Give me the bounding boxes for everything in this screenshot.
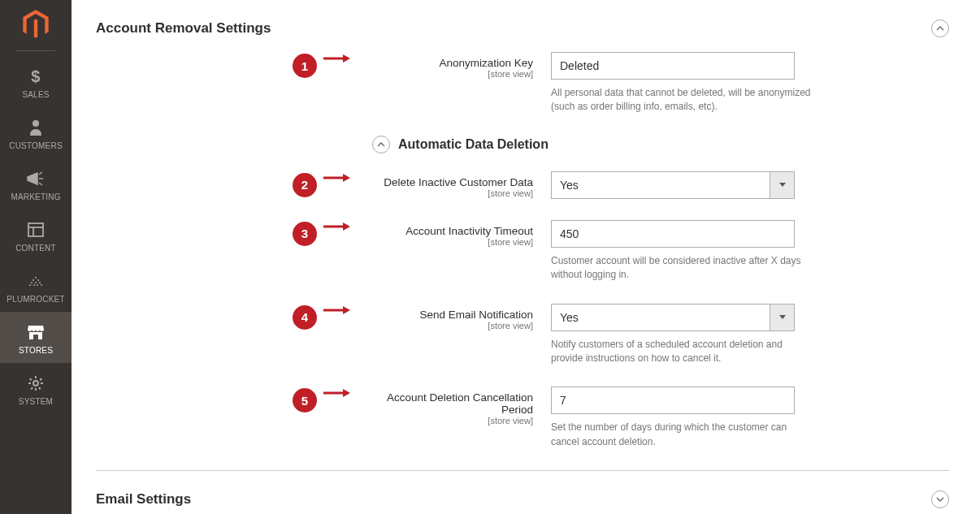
field-inactivity-timeout: 3 Account Inactivity Timeout [store view…	[96, 220, 949, 283]
annotation-badge-1: 1	[293, 54, 317, 78]
subsection-title: Automatic Data Deletion	[398, 137, 549, 152]
field-label: Account Deletion Cancellation Period	[372, 391, 533, 416]
person-icon	[26, 117, 46, 138]
svg-point-8	[31, 282, 33, 283]
anonymization-key-input[interactable]	[551, 52, 795, 80]
sidebar-label-customers: CUSTOMERS	[9, 141, 63, 150]
sidebar-item-customers[interactable]: CUSTOMERS	[0, 107, 72, 158]
select-value: Yes	[552, 305, 770, 330]
sidebar-label-content: CONTENT	[15, 244, 56, 253]
collapse-button[interactable]	[931, 19, 949, 37]
email-notification-select[interactable]: Yes	[551, 304, 795, 331]
svg-point-11	[29, 284, 31, 286]
field-label: Send Email Notification	[372, 309, 533, 321]
svg-text:$: $	[31, 67, 40, 85]
sidebar-divider	[16, 50, 55, 51]
arrow-icon	[323, 54, 351, 63]
svg-point-7	[37, 279, 39, 281]
field-scope: [store view]	[372, 321, 533, 330]
stores-icon	[26, 322, 46, 343]
select-dropdown-button[interactable]	[770, 305, 794, 330]
expand-button[interactable]	[931, 490, 949, 508]
svg-point-14	[41, 284, 42, 286]
section-header-email[interactable]: Email Settings	[96, 471, 949, 514]
sidebar-item-system[interactable]: SYSTEM	[0, 363, 72, 414]
plumrocket-icon	[26, 270, 46, 292]
sidebar-item-stores[interactable]: STORES	[0, 312, 72, 363]
caret-down-icon	[779, 183, 786, 187]
layout-icon	[26, 219, 46, 240]
field-help: Set the number of days during which the …	[551, 421, 811, 449]
field-help: All personal data that cannot be deleted…	[551, 86, 811, 114]
section-title-account-removal: Account Removal Settings	[96, 20, 271, 37]
annotation-badge-3: 3	[293, 222, 317, 246]
chevron-up-icon	[936, 26, 944, 31]
arrow-icon	[323, 173, 351, 183]
subsection-automatic-deletion[interactable]: Automatic Data Deletion	[372, 136, 949, 153]
sidebar-item-sales[interactable]: $ SALES	[0, 56, 72, 107]
field-help: Customer account will be considered inac…	[551, 254, 811, 283]
admin-sidebar: $ SALES CUSTOMERS MARKETING CONTENT PLUM…	[0, 0, 72, 514]
select-value: Yes	[552, 172, 770, 198]
megaphone-icon	[26, 168, 46, 189]
field-delete-inactive: 2 Delete Inactive Customer Data [store v…	[96, 171, 949, 199]
sidebar-label-sales: SALES	[22, 90, 49, 99]
svg-point-13	[37, 284, 38, 286]
sidebar-label-marketing: MARKETING	[11, 192, 60, 201]
section-header-account-removal: Account Removal Settings	[96, 0, 949, 52]
sidebar-item-marketing[interactable]: MARKETING	[0, 158, 72, 209]
collapse-button-sub[interactable]	[372, 136, 390, 153]
annotation-badge-4: 4	[293, 305, 317, 330]
field-scope: [store view]	[372, 188, 533, 198]
field-scope: [store view]	[372, 416, 533, 425]
section-title-email: Email Settings	[96, 491, 191, 508]
sidebar-label-stores: STORES	[19, 346, 53, 355]
svg-point-10	[39, 282, 41, 283]
magento-logo[interactable]	[21, 10, 50, 39]
delete-inactive-select[interactable]: Yes	[551, 171, 795, 199]
arrow-icon	[323, 388, 351, 398]
field-email-notification: 4 Send Email Notification [store view] Y…	[96, 304, 949, 366]
svg-point-12	[33, 284, 35, 286]
cancellation-period-input[interactable]	[551, 387, 795, 414]
field-label: Account Inactivity Timeout	[372, 225, 533, 237]
arrow-icon	[323, 305, 351, 315]
field-help: Notify customers of a scheduled account …	[551, 338, 811, 366]
sidebar-label-plumrocket: PLUMROCKET	[7, 295, 64, 304]
gear-icon	[26, 373, 46, 394]
sidebar-item-plumrocket[interactable]: PLUMROCKET	[0, 261, 72, 312]
field-scope: [store view]	[372, 237, 533, 247]
dollar-icon: $	[26, 66, 46, 87]
svg-point-5	[35, 277, 37, 279]
main-content: Account Removal Settings 1 Anonymization…	[72, 0, 980, 514]
chevron-down-icon	[936, 497, 944, 502]
field-label: Anonymization Key	[372, 57, 533, 69]
annotation-badge-2: 2	[293, 173, 317, 197]
svg-point-1	[33, 120, 39, 127]
field-scope: [store view]	[372, 69, 533, 79]
arrow-icon	[323, 222, 351, 231]
field-label: Delete Inactive Customer Data	[372, 176, 533, 188]
svg-point-9	[35, 282, 37, 283]
field-cancellation-period: 5 Account Deletion Cancellation Period […	[96, 387, 949, 449]
annotation-badge-5: 5	[293, 388, 317, 412]
sidebar-label-system: SYSTEM	[19, 397, 53, 406]
inactivity-timeout-input[interactable]	[551, 220, 795, 248]
caret-down-icon	[779, 315, 786, 319]
svg-rect-2	[28, 223, 43, 236]
select-dropdown-button[interactable]	[770, 172, 794, 198]
chevron-up-icon	[377, 142, 385, 147]
sidebar-item-content[interactable]: CONTENT	[0, 209, 72, 261]
svg-point-6	[33, 279, 34, 281]
field-anonymization-key: 1 Anonymization Key [store view] All per…	[96, 52, 949, 114]
